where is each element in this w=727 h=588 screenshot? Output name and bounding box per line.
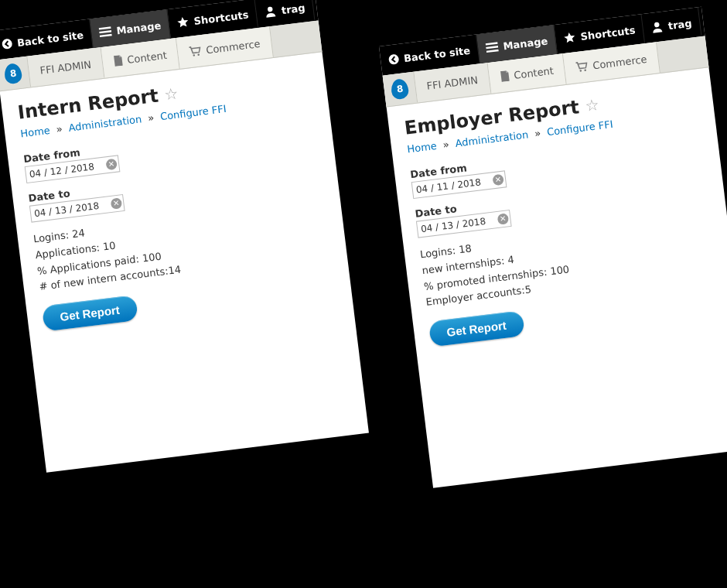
date-from-value: 04 / 11 / 2018 — [415, 176, 481, 195]
clear-date-icon[interactable]: ✕ — [497, 213, 510, 225]
intern-report-window: Back to site Manage Shortcuts trag FFI A… — [0, 0, 369, 473]
user-label: trag — [667, 17, 692, 32]
svg-rect-2 — [100, 30, 112, 33]
drupal-logo[interactable] — [383, 72, 418, 107]
file-icon — [500, 70, 510, 82]
breadcrumb-sep: » — [144, 111, 158, 125]
stat-value: 24 — [71, 227, 85, 240]
svg-point-5 — [193, 54, 196, 56]
intern-report-content: Intern Report ☆ Home » Administration » … — [0, 52, 369, 472]
content-label: Content — [514, 64, 555, 80]
clear-date-icon[interactable]: ✕ — [105, 159, 118, 171]
drupal-logo[interactable] — [0, 56, 31, 91]
file-icon — [113, 55, 124, 67]
date-to-value: 04 / 13 / 2018 — [420, 216, 486, 234]
svg-point-16 — [580, 70, 582, 72]
drupal-logo-icon — [390, 78, 409, 100]
drupal-logo-icon — [3, 63, 22, 84]
cart-icon — [575, 60, 589, 73]
back-arrow-icon — [1, 38, 13, 50]
employer-report-window: Back to site Manage Shortcuts trag — [379, 7, 727, 488]
favorite-star-icon[interactable]: ☆ — [584, 97, 599, 114]
stat-value: 5 — [524, 284, 532, 296]
back-to-site-label: Back to site — [403, 44, 471, 63]
svg-point-4 — [268, 6, 273, 12]
date-from-value: 04 / 12 / 2018 — [29, 161, 94, 179]
user-icon — [650, 20, 664, 34]
stat-value: 100 — [142, 250, 162, 264]
svg-rect-3 — [100, 34, 112, 37]
clear-date-icon[interactable]: ✕ — [492, 174, 504, 186]
commerce-label: Commerce — [592, 53, 647, 70]
svg-rect-1 — [99, 26, 111, 29]
breadcrumb-home[interactable]: Home — [407, 140, 438, 156]
get-report-button[interactable]: Get Report — [428, 310, 525, 347]
breadcrumb-sep: » — [53, 122, 67, 135]
user-icon — [264, 5, 278, 19]
clear-date-icon[interactable]: ✕ — [111, 197, 123, 210]
commerce-label: Commerce — [205, 37, 261, 55]
star-icon — [563, 31, 577, 45]
svg-point-0 — [2, 39, 12, 50]
svg-rect-10 — [486, 50, 499, 53]
svg-rect-8 — [486, 42, 498, 45]
svg-point-7 — [388, 54, 399, 65]
stat-label: Logins: — [419, 244, 456, 261]
ffi-admin-label: FFI ADMIN — [426, 74, 479, 91]
hamburger-icon — [99, 26, 113, 38]
stat-value: 10 — [102, 239, 116, 252]
manage-label: Manage — [116, 19, 162, 36]
shortcuts-label: Shortcuts — [580, 24, 636, 43]
breadcrumb-configure[interactable]: Configure FFI — [546, 118, 613, 138]
employer-report-content: Employer Report ☆ Home » Administration … — [387, 67, 727, 487]
star-icon — [176, 15, 190, 29]
shortcuts-label: Shortcuts — [193, 9, 249, 27]
breadcrumb-sep: » — [531, 127, 544, 140]
breadcrumb-home[interactable]: Home — [20, 125, 51, 140]
cart-icon — [189, 45, 203, 57]
favorite-star-icon[interactable]: ☆ — [163, 85, 179, 102]
svg-point-17 — [585, 69, 587, 71]
content-label: Content — [127, 49, 168, 65]
date-to-value: 04 / 13 / 2018 — [33, 200, 99, 219]
stat-value: 14 — [168, 264, 182, 277]
get-report-button[interactable]: Get Report — [42, 295, 138, 332]
svg-point-11 — [654, 22, 660, 27]
stat-value: 4 — [507, 254, 514, 266]
hamburger-icon — [486, 41, 500, 53]
stat-value: 18 — [458, 242, 472, 255]
stat-value: 100 — [549, 263, 569, 277]
back-arrow-icon — [387, 53, 400, 66]
breadcrumb-admin[interactable]: Administration — [455, 128, 529, 149]
stat-label: Logins: — [32, 229, 70, 245]
ffi-admin-label: FFI ADMIN — [39, 58, 92, 76]
breadcrumb-admin[interactable]: Administration — [68, 113, 142, 133]
breadcrumb-sep: » — [439, 138, 453, 151]
svg-point-6 — [198, 53, 200, 56]
breadcrumb-configure[interactable]: Configure FFI — [159, 103, 227, 122]
manage-label: Manage — [503, 35, 548, 52]
svg-rect-9 — [486, 46, 499, 49]
back-to-site-label: Back to site — [16, 29, 84, 48]
user-label: trag — [281, 2, 305, 16]
